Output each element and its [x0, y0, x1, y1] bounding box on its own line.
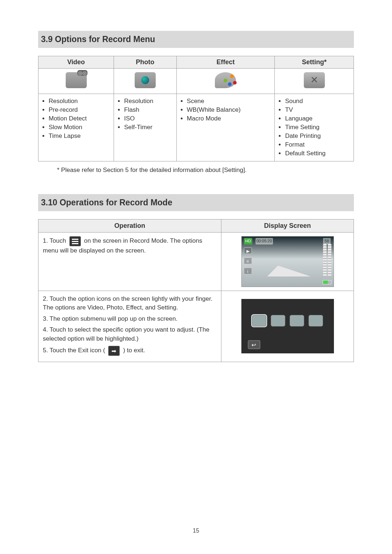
display-screen-1: HD 00:05:20 58 ▶ ≡ i — [221, 232, 354, 291]
list-item: Macro Mode — [187, 115, 271, 123]
list-item: Scene — [187, 97, 271, 106]
list-item: Self-Timer — [124, 123, 173, 132]
table-row: 2. Touch the option icons on the screen … — [38, 291, 354, 362]
record-mode-preview: HD 00:05:20 58 ▶ ≡ i — [241, 236, 334, 287]
list-item: Time Setting — [285, 123, 350, 132]
menu-icon — [69, 236, 81, 246]
step5-text-before: 5. Touch the Exit icon ( — [43, 347, 107, 354]
photo-options-cell: Resolution Flash ISO Self-Timer — [114, 94, 177, 161]
list-item: Pre-record — [49, 106, 110, 114]
options-menu-preview: ↩ — [241, 299, 334, 353]
table-options-row: Resolution Pre-record Motion Detect Slow… — [38, 94, 354, 161]
step4-text: 4. Touch to select the specific option y… — [43, 325, 217, 343]
effect-options-cell: Scene WB(White Balance) Macro Mode — [176, 94, 275, 161]
list-item: Slow Motion — [49, 123, 110, 132]
photo-icon — [135, 72, 156, 88]
list-item: WB(White Balance) — [187, 106, 271, 114]
column-header-effect: Effect — [176, 56, 275, 69]
table-row: 1. Touch on the screen in Record Mode. T… — [38, 232, 354, 291]
steps-2-5-cell: 2. Touch the option icons on the screen … — [38, 291, 221, 362]
list-item: Time Lapse — [49, 132, 110, 140]
section-heading-3-9: 3.9 Options for Record Menu — [38, 31, 354, 48]
battery-icon — [323, 280, 331, 284]
play-overlay-icon: ▶ — [244, 247, 252, 254]
list-item: Flash — [124, 106, 173, 114]
column-header-video: Video — [38, 56, 114, 69]
list-item: ISO — [124, 115, 173, 123]
exit-icon — [108, 346, 120, 356]
column-header-operation: Operation — [38, 219, 221, 232]
video-icon — [66, 72, 87, 88]
effect-icon — [215, 72, 236, 88]
step3-text: 3. The option submenu will pop up on the… — [43, 315, 217, 324]
hd-badge: HD — [244, 238, 253, 245]
list-item: TV — [285, 106, 350, 114]
list-item: Language — [285, 115, 350, 123]
list-item: Date Printing — [285, 132, 350, 140]
options-table: Video Photo Effect Setting* Resolution P… — [38, 56, 354, 161]
table-header-row: Operation Display Screen — [38, 219, 354, 232]
step2-text: 2. Touch the option icons on the screen … — [43, 295, 217, 312]
info-overlay-icon: i — [244, 268, 252, 274]
exit-button-preview: ↩ — [248, 340, 260, 349]
operations-table: Operation Display Screen 1. Touch on the… — [38, 219, 354, 362]
column-header-setting: Setting* — [275, 56, 354, 69]
zoom-bars — [323, 244, 331, 276]
display-screen-2: ↩ — [221, 291, 354, 362]
footnote-text: * Please refer to Section 5 for the deta… — [57, 167, 354, 174]
section-heading-3-10: 3.10 Operations for Record Mode — [38, 194, 354, 211]
list-item: Motion Detect — [49, 115, 110, 123]
menu-effect-icon — [290, 315, 304, 327]
setting-icon — [304, 72, 325, 88]
step1-cell: 1. Touch on the screen in Record Mode. T… — [38, 232, 221, 291]
list-item: Resolution — [49, 97, 110, 106]
column-header-display: Display Screen — [221, 219, 354, 232]
page-content: 3.9 Options for Record Menu Video Photo … — [0, 0, 392, 362]
table-header-row: Video Photo Effect Setting* — [38, 56, 354, 69]
menu-photo-icon — [271, 315, 285, 327]
list-item: Resolution — [124, 97, 173, 106]
time-counter: 00:05:20 — [256, 238, 273, 245]
list-item: Sound — [285, 97, 350, 106]
menu-video-icon — [252, 315, 266, 327]
left-overlay-icons: ▶ ≡ i — [244, 247, 252, 274]
menu-overlay-icon: ≡ — [244, 258, 252, 264]
setting-options-cell: Sound TV Language Time Setting Date Prin… — [275, 94, 354, 161]
column-header-photo: Photo — [114, 56, 177, 69]
step5-text-after: ) to exit. — [123, 347, 145, 354]
menu-setting-icon — [309, 315, 323, 327]
video-options-cell: Resolution Pre-record Motion Detect Slow… — [38, 94, 114, 161]
list-item: Default Setting — [285, 149, 350, 158]
table-icons-row — [38, 69, 354, 94]
list-item: Format — [285, 141, 350, 149]
step1-text-before: 1. Touch — [43, 237, 68, 244]
page-number: 15 — [0, 528, 392, 534]
